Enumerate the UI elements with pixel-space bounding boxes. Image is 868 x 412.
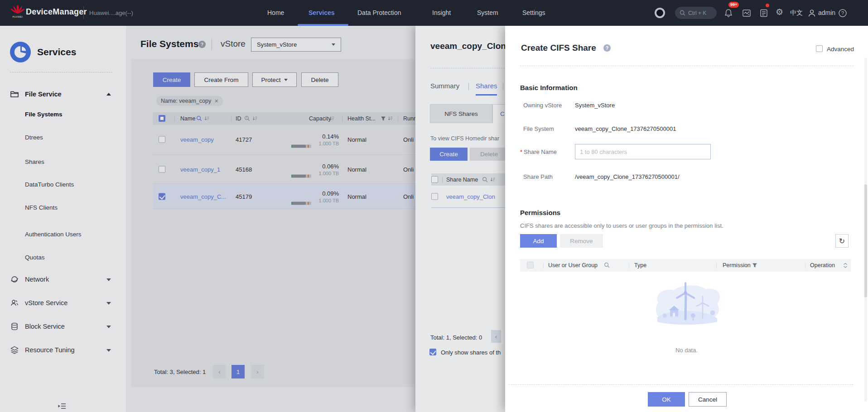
column-id[interactable]: ID bbox=[236, 115, 241, 122]
tab-summary[interactable]: Summary bbox=[430, 82, 459, 90]
filter-chip[interactable]: Name: veeam_copy ✕ bbox=[156, 96, 223, 106]
column-name[interactable]: Name bbox=[180, 115, 195, 122]
user-search-icon[interactable] bbox=[604, 262, 610, 268]
layers-icon bbox=[10, 345, 19, 355]
id-search-icon[interactable] bbox=[244, 115, 250, 121]
prev-page-button[interactable]: ‹ bbox=[213, 365, 226, 378]
capacity-sort-icon[interactable] bbox=[329, 116, 335, 121]
select-all-checkbox[interactable] bbox=[159, 115, 165, 122]
global-search-input[interactable]: Ctrl + K bbox=[675, 7, 717, 19]
nav-home[interactable]: Home bbox=[267, 9, 284, 16]
nav-data-protection[interactable]: Data Protection bbox=[357, 9, 401, 16]
tab-nfs-shares[interactable]: NFS Shares bbox=[430, 104, 492, 123]
sidebar-item-authentication-users[interactable]: Authentication Users bbox=[25, 231, 82, 238]
nav-settings[interactable]: Settings bbox=[522, 9, 545, 16]
settings-gear-icon[interactable]: ⚙ bbox=[776, 8, 785, 17]
share-search-icon[interactable] bbox=[482, 177, 488, 182]
notifications-bell-icon[interactable] bbox=[724, 9, 733, 18]
create-share-button[interactable]: Create bbox=[430, 148, 468, 161]
column-settings-icon[interactable] bbox=[843, 262, 848, 269]
column-share-name[interactable]: Share Name bbox=[446, 177, 478, 183]
sidebar-group-network[interactable]: Network bbox=[0, 274, 126, 287]
column-divider bbox=[442, 177, 443, 183]
next-page-button[interactable]: › bbox=[251, 365, 264, 378]
remove-filter-icon[interactable]: ✕ bbox=[214, 98, 218, 104]
create-from-button[interactable]: Create From bbox=[194, 72, 248, 87]
sidebar-group-resource-tuning[interactable]: Resource Tuning bbox=[0, 345, 126, 358]
language-switcher[interactable]: 中文 bbox=[790, 9, 803, 17]
row-checkbox[interactable] bbox=[431, 193, 438, 200]
row-checkbox-checked[interactable] bbox=[159, 193, 165, 200]
delete-share-button[interactable]: Delete bbox=[470, 148, 505, 161]
only-show-checkbox[interactable] bbox=[429, 349, 436, 355]
theme-toggle-icon[interactable] bbox=[655, 8, 665, 18]
cancel-button[interactable]: Cancel bbox=[689, 392, 727, 407]
permission-filter-icon[interactable] bbox=[752, 263, 757, 268]
table-row-selected[interactable]: veeam_copy_C... 45179 0.09% 1.000 TB Nor… bbox=[153, 184, 415, 209]
report-document-icon[interactable] bbox=[759, 9, 768, 18]
tab-shares[interactable]: Shares bbox=[476, 82, 497, 90]
performance-alarm-icon[interactable] bbox=[742, 9, 751, 18]
column-type[interactable]: Type bbox=[634, 262, 646, 268]
column-health-status[interactable]: Health St... bbox=[347, 115, 376, 122]
drawer-help-icon[interactable]: ? bbox=[603, 44, 611, 52]
id-sort-icon[interactable] bbox=[252, 116, 258, 121]
column-capacity[interactable]: Capacity bbox=[309, 115, 331, 122]
column-divider bbox=[342, 116, 342, 122]
nav-system[interactable]: System bbox=[477, 9, 498, 16]
nfs-shares-label: NFS Shares bbox=[444, 110, 478, 117]
row-checkbox[interactable] bbox=[159, 166, 165, 172]
ok-button[interactable]: OK bbox=[648, 392, 685, 407]
sidebar-item-dataturbo-clients[interactable]: DataTurbo Clients bbox=[25, 181, 74, 188]
select-all-checkbox[interactable] bbox=[431, 176, 438, 183]
row-checkbox[interactable] bbox=[159, 136, 165, 143]
share-name-input[interactable]: 1 to 80 characters bbox=[575, 144, 711, 159]
column-user-or-group[interactable]: User or User Group bbox=[548, 262, 598, 268]
sidebar-group-block-service[interactable]: Block Service bbox=[0, 321, 126, 335]
delete-button[interactable]: Delete bbox=[301, 72, 338, 87]
table-row[interactable]: veeam_copy 41727 0.14% 1.000 TB Normal O… bbox=[153, 125, 415, 154]
sidebar-item-dtrees[interactable]: Dtrees bbox=[25, 134, 43, 141]
prev-page-button[interactable]: ‹ bbox=[491, 330, 501, 343]
name-search-icon[interactable] bbox=[196, 115, 202, 121]
filesystem-name-link[interactable]: veeam_copy_C... bbox=[180, 193, 226, 200]
sidebar-item-quotas[interactable]: Quotas bbox=[25, 254, 45, 261]
health-filter-icon[interactable] bbox=[381, 116, 386, 121]
column-running-status[interactable]: Runn bbox=[403, 115, 415, 122]
advanced-checkbox[interactable] bbox=[816, 45, 823, 52]
sidebar-item-file-systems[interactable]: File Systems bbox=[25, 111, 63, 118]
column-divider bbox=[543, 263, 544, 268]
table-row[interactable]: veeam_copy_1 45168 0.06% 1.000 TB Normal… bbox=[153, 155, 415, 183]
refresh-icon[interactable]: ↻ bbox=[835, 234, 849, 248]
create-button[interactable]: Create bbox=[153, 72, 190, 87]
username-label[interactable]: admin bbox=[818, 9, 835, 16]
devicemanager-screen: HUAWEI DeviceManager Huawei....age(--) H… bbox=[0, 0, 868, 412]
share-sort-icon[interactable] bbox=[490, 177, 496, 182]
sidebar-group-vstore-service[interactable]: vStore Service bbox=[0, 297, 126, 311]
remove-permission-button[interactable]: Remove bbox=[560, 234, 603, 248]
share-name-link[interactable]: veeam_copy_Clon bbox=[446, 193, 495, 200]
filesystem-name-link[interactable]: veeam_copy_1 bbox=[180, 166, 220, 172]
sidebar-item-nfs-clients[interactable]: NFS Clients bbox=[25, 204, 58, 211]
protect-button[interactable]: Protect bbox=[252, 72, 297, 87]
tab-cifs-shares[interactable]: C bbox=[492, 104, 505, 123]
health-sort-icon[interactable] bbox=[388, 116, 393, 121]
add-permission-button[interactable]: Add bbox=[520, 234, 557, 248]
nav-insight[interactable]: Insight bbox=[432, 9, 451, 16]
help-icon[interactable]: ? bbox=[838, 9, 847, 18]
scrollbar-thumb[interactable] bbox=[864, 184, 867, 297]
sidebar-item-shares[interactable]: Shares bbox=[25, 158, 44, 165]
column-operation[interactable]: Operation bbox=[810, 262, 835, 268]
page-1-button[interactable]: 1 bbox=[231, 365, 245, 378]
sidebar-group-file-service[interactable]: File Service bbox=[0, 89, 126, 102]
user-avatar-icon[interactable] bbox=[807, 9, 816, 18]
column-permission[interactable]: Permission bbox=[723, 262, 751, 268]
share-row[interactable]: veeam_copy_Clon bbox=[431, 186, 505, 207]
filesystem-name-link[interactable]: veeam_copy bbox=[180, 136, 214, 143]
page-help-icon[interactable]: ? bbox=[198, 41, 206, 48]
name-sort-icon[interactable] bbox=[204, 116, 210, 121]
collapse-sidebar-icon[interactable] bbox=[58, 403, 66, 409]
nav-services[interactable]: Services bbox=[309, 9, 335, 16]
vstore-select[interactable]: System_vStore bbox=[251, 38, 341, 52]
drawer-scrollbar[interactable] bbox=[864, 57, 867, 402]
